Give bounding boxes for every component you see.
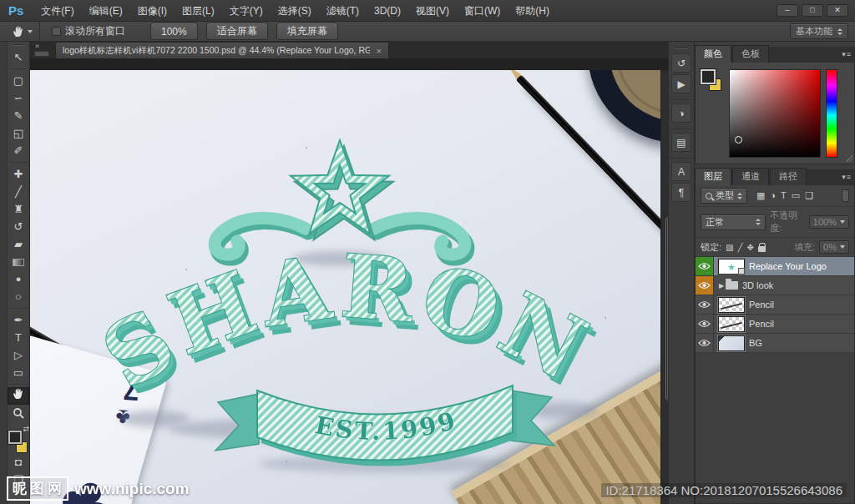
layer-row-pencil[interactable]: Pencil bbox=[696, 315, 854, 334]
tool-clone-stamp[interactable]: ♜ bbox=[8, 200, 29, 218]
tab-channels[interactable]: 通道 bbox=[732, 168, 769, 185]
layer-thumbnail[interactable] bbox=[718, 335, 745, 351]
menu-edit[interactable]: 编辑(E) bbox=[82, 0, 130, 22]
menu-filter[interactable]: 滤镜(T) bbox=[319, 0, 367, 22]
panel-menu-icon[interactable]: ▾≡ bbox=[842, 173, 852, 181]
character-panel-icon[interactable]: A bbox=[671, 162, 691, 181]
lock-all-icon[interactable] bbox=[758, 246, 766, 252]
blend-mode-select[interactable]: 正常 bbox=[701, 214, 766, 230]
tool-history-brush[interactable]: ↺ bbox=[8, 218, 29, 235]
lock-position-icon[interactable]: ✥ bbox=[747, 243, 754, 252]
panel-menu-icon[interactable]: ▾≡ bbox=[842, 50, 852, 58]
toolbox-grabber[interactable] bbox=[8, 42, 30, 48]
tool-move[interactable]: ↖ bbox=[8, 48, 29, 66]
scroll-all-windows-checkbox[interactable] bbox=[52, 27, 61, 36]
filter-toggle[interactable] bbox=[842, 189, 849, 202]
swap-colors-icon[interactable]: ⇄ bbox=[23, 425, 29, 433]
visibility-toggle[interactable] bbox=[696, 334, 714, 352]
layer-row-bg[interactable]: BG bbox=[696, 334, 854, 353]
current-tool-indicator[interactable] bbox=[0, 22, 40, 41]
adjustments-panel-icon[interactable]: ◑ bbox=[671, 103, 691, 123]
menu-type[interactable]: 文字(Y) bbox=[222, 0, 271, 22]
lock-transparency-icon[interactable]: ▨ bbox=[726, 243, 733, 252]
tool-marquee[interactable]: ▢ bbox=[8, 72, 29, 89]
tool-hand[interactable] bbox=[8, 387, 29, 405]
dock-grabber[interactable] bbox=[669, 45, 694, 52]
tool-path-selection[interactable]: ▷ bbox=[8, 346, 29, 364]
visibility-toggle[interactable] bbox=[696, 257, 714, 275]
filter-type-icon[interactable]: T bbox=[781, 190, 787, 201]
tool-rectangle[interactable]: ▭ bbox=[8, 364, 29, 381]
tab-color[interactable]: 颜色 bbox=[695, 45, 731, 63]
foreground-color-swatch[interactable] bbox=[701, 69, 716, 84]
tool-type[interactable]: T bbox=[8, 329, 29, 346]
scrollbar-thumb[interactable] bbox=[666, 218, 668, 400]
workspace-switcher[interactable]: 基本功能 bbox=[790, 23, 848, 39]
layer-thumbnail[interactable] bbox=[718, 316, 745, 332]
tool-pen[interactable]: ✒ bbox=[8, 311, 29, 329]
group-expander[interactable]: ▶ bbox=[717, 282, 726, 290]
layer-thumbnail[interactable] bbox=[718, 297, 745, 313]
menu-file[interactable]: 文件(F) bbox=[33, 0, 81, 22]
tool-brush[interactable]: ╱ bbox=[8, 183, 29, 200]
tool-blur[interactable]: ● bbox=[8, 270, 29, 288]
filter-adjustment-icon[interactable]: ◑ bbox=[770, 190, 776, 201]
zoom-100-button[interactable]: 100% bbox=[150, 23, 198, 40]
filter-pixel-icon[interactable]: ▦ bbox=[756, 190, 765, 201]
paragraph-panel-icon[interactable]: ¶ bbox=[671, 183, 691, 202]
visibility-toggle[interactable] bbox=[696, 276, 714, 295]
fill-value[interactable]: 0% bbox=[819, 240, 849, 254]
close-button[interactable]: ✕ bbox=[827, 4, 848, 17]
styles-panel-icon[interactable]: ▤ bbox=[671, 133, 691, 152]
maximize-button[interactable]: □ bbox=[802, 4, 823, 17]
panel-resize-grip[interactable] bbox=[846, 155, 852, 162]
layer-row-pencil[interactable]: Pencil bbox=[696, 295, 854, 315]
menu-window[interactable]: 窗口(W) bbox=[457, 0, 508, 22]
tool-zoom[interactable] bbox=[8, 407, 29, 425]
tab-close-icon[interactable]: × bbox=[377, 46, 382, 56]
visibility-toggle[interactable] bbox=[696, 295, 714, 314]
fit-screen-button[interactable]: 适合屏幕 bbox=[206, 23, 268, 40]
canvas-viewport[interactable]: ƎHE JAZZ The greatest in packaged Hi-Fi … bbox=[30, 58, 668, 504]
document-image[interactable]: ƎHE JAZZ The greatest in packaged Hi-Fi … bbox=[30, 70, 660, 504]
tool-dodge[interactable]: ○ bbox=[8, 288, 29, 305]
tool-quick-selection[interactable]: ✎ bbox=[8, 107, 29, 124]
scroll-all-windows-option[interactable]: 滚动所有窗口 bbox=[40, 24, 137, 38]
tab-overflow[interactable]: » bbox=[30, 42, 55, 58]
menu-view[interactable]: 视图(V) bbox=[408, 0, 457, 22]
color-cursor[interactable] bbox=[735, 136, 742, 144]
menu-layer[interactable]: 图层(L) bbox=[175, 0, 222, 22]
tab-layers[interactable]: 图层 bbox=[695, 168, 731, 185]
tool-eyedropper[interactable]: ✐ bbox=[8, 142, 29, 159]
layer-row-3d-look[interactable]: ▶ 3D look bbox=[696, 276, 854, 295]
menu-image[interactable]: 图像(I) bbox=[130, 0, 175, 22]
menu-3d[interactable]: 3D(D) bbox=[367, 0, 408, 22]
layer-row-replace-your-logo[interactable]: ★ Replace Your Logo bbox=[696, 257, 854, 276]
tool-healing-brush[interactable]: ✚ bbox=[8, 165, 29, 183]
filter-smart-object-icon[interactable]: ❑ bbox=[805, 190, 813, 201]
tool-lasso[interactable]: ∽ bbox=[8, 89, 29, 107]
tab-paths[interactable]: 路径 bbox=[770, 168, 807, 185]
foreground-color-swatch[interactable] bbox=[8, 431, 22, 444]
vertical-scrollbar[interactable] bbox=[660, 70, 668, 504]
tool-crop[interactable]: ◱ bbox=[8, 124, 29, 142]
tool-eraser[interactable]: ▰ bbox=[8, 235, 29, 253]
tool-gradient[interactable] bbox=[8, 253, 29, 270]
tab-swatches[interactable]: 色板 bbox=[732, 45, 769, 63]
filter-shape-icon[interactable]: ▭ bbox=[792, 190, 800, 201]
menu-select[interactable]: 选择(S) bbox=[271, 0, 319, 22]
opacity-value[interactable]: 100% bbox=[809, 215, 849, 229]
hue-slider[interactable] bbox=[826, 69, 837, 158]
minimize-button[interactable]: – bbox=[777, 4, 798, 17]
filter-kind-select[interactable]: 类型 bbox=[701, 188, 747, 204]
menu-help[interactable]: 帮助(H) bbox=[508, 0, 557, 22]
visibility-toggle[interactable] bbox=[696, 315, 714, 333]
quick-mask-button[interactable]: ◘ bbox=[8, 453, 29, 471]
document-tab[interactable]: logo样机标志样机vi样机7072 2200 1500.psd @ 44.4%… bbox=[55, 42, 389, 58]
fill-screen-button[interactable]: 填充屏幕 bbox=[276, 23, 338, 40]
saturation-brightness-field[interactable] bbox=[729, 69, 821, 158]
actions-panel-icon[interactable]: ▶ bbox=[671, 74, 691, 93]
layer-thumbnail[interactable]: ★ bbox=[718, 259, 745, 275]
lock-pixels-icon[interactable]: ╱ bbox=[738, 243, 743, 252]
history-panel-icon[interactable]: ↺ bbox=[671, 53, 691, 73]
